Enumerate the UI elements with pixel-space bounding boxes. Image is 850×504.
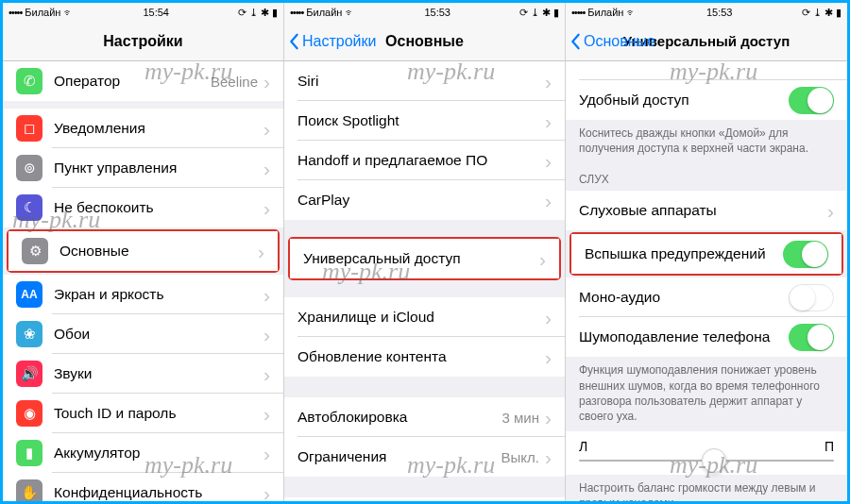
status-bar: •••••Билайнᯤ 15:54 ⟳⤓✱▮ [3, 3, 283, 22]
row-privacy[interactable]: ✋ Конфиденциальность › [3, 473, 283, 501]
chevron-right-icon: › [264, 159, 270, 178]
chevron-right-icon: › [539, 249, 546, 269]
page-title: Настройки [3, 33, 283, 50]
chevron-right-icon: › [545, 308, 552, 328]
noise-note: Функция шумоподавления понижает уровень … [566, 357, 847, 428]
row-notifications[interactable]: ◻ Уведомления › [3, 109, 283, 148]
chevron-right-icon: › [545, 111, 552, 131]
row-accessibility[interactable]: Универсальный доступ› [290, 239, 559, 278]
status-bar: •••••Билайнᯤ 15:53 ⟳⤓✱▮ [284, 3, 565, 22]
row-carplay[interactable]: CarPlay› [284, 180, 565, 220]
status-time: 15:54 [143, 7, 169, 18]
chevron-right-icon: › [264, 404, 270, 424]
moon-icon: ☾ [16, 194, 42, 221]
aa-icon: AA [16, 281, 42, 308]
chevron-right-icon: › [264, 285, 270, 305]
chevron-right-icon: › [827, 201, 834, 221]
balance-right-label: П [824, 439, 834, 454]
row-spotlight[interactable]: Поиск Spotlight› [284, 101, 565, 141]
noise-toggle[interactable] [789, 324, 834, 351]
row-reachability[interactable]: Удобный доступ [566, 80, 847, 120]
row-general[interactable]: ⚙ Основные › [8, 231, 278, 271]
row-touchid[interactable]: ◉ Touch ID и пароль › [3, 394, 283, 433]
row-display[interactable]: AA Экран и яркость › [3, 275, 283, 314]
chevron-right-icon: › [545, 408, 552, 428]
status-time: 15:53 [424, 7, 450, 18]
row-dnd[interactable]: ☾ Не беспокоить › [3, 188, 283, 227]
wallpaper-icon: ❀ [16, 321, 42, 347]
mono-toggle[interactable] [789, 284, 834, 311]
chevron-right-icon: › [264, 119, 270, 139]
row-siri[interactable]: Siri› [284, 61, 565, 101]
chevron-right-icon: › [258, 242, 264, 261]
row-mono-audio[interactable]: Моно-аудио [566, 277, 847, 317]
reachability-note: Коснитесь дважды кнопки «Домой» для полу… [566, 120, 847, 160]
gear-icon: ⚙ [22, 238, 48, 264]
chevron-right-icon: › [264, 325, 270, 344]
row-autolock[interactable]: Автоблокировка3 мин› [284, 397, 565, 437]
phone-icon: ✆ [16, 68, 42, 94]
balance-slider-row: ЛП [566, 431, 847, 475]
back-button[interactable]: Настройки [284, 33, 376, 50]
status-bar: •••••Билайнᯤ 15:53 ⟳⤓✱▮ [566, 3, 847, 22]
chevron-right-icon: › [264, 483, 270, 502]
chevron-right-icon: › [545, 347, 552, 367]
control-icon: ⊚ [16, 155, 42, 181]
chevron-right-icon: › [264, 72, 270, 92]
row-carrier[interactable]: ✆ Оператор Beeline › [3, 61, 283, 101]
battery-icon: ▮ [16, 440, 42, 466]
chevron-right-icon: › [545, 151, 552, 171]
chevron-left-icon [570, 33, 581, 50]
row-noise-cancel[interactable]: Шумоподавление телефона [566, 317, 847, 357]
row-wallpaper[interactable]: ❀ Обои › [3, 314, 283, 354]
hand-icon: ✋ [16, 479, 42, 501]
nav-bar: Основные Универсальный доступ [566, 22, 847, 61]
row-restrictions[interactable]: ОграниченияВыкл.› [284, 437, 565, 477]
row-control-center[interactable]: ⊚ Пункт управления › [3, 148, 283, 188]
chevron-right-icon: › [545, 72, 552, 92]
row-background-refresh[interactable]: Обновление контента› [284, 337, 565, 377]
nav-bar: Настройки [3, 22, 283, 61]
row-sounds[interactable]: 🔊 Звуки › [3, 354, 283, 394]
chevron-right-icon: › [545, 447, 552, 467]
balance-note: Настроить баланс громкости между левым и… [566, 475, 847, 501]
flash-toggle[interactable] [783, 241, 828, 268]
chevron-left-icon [288, 33, 299, 50]
notification-icon: ◻ [16, 115, 42, 142]
chevron-right-icon: › [264, 364, 270, 384]
chevron-right-icon: › [264, 444, 270, 463]
nav-bar: Настройки Основные [284, 22, 565, 61]
chevron-right-icon: › [264, 198, 270, 218]
status-time: 15:53 [706, 7, 733, 18]
row-battery[interactable]: ▮ Аккумулятор › [3, 433, 283, 473]
slider-thumb[interactable] [702, 448, 726, 473]
back-button[interactable]: Основные [566, 33, 655, 50]
section-hearing: СЛУХ [566, 160, 847, 191]
chevron-right-icon: › [545, 191, 552, 210]
row-handoff[interactable]: Handoff и предлагаемое ПО› [284, 141, 565, 180]
reachability-toggle[interactable] [789, 87, 834, 114]
row-datetime[interactable]: Дата и время› [284, 497, 565, 501]
fingerprint-icon: ◉ [16, 400, 42, 427]
balance-slider[interactable] [579, 460, 834, 462]
row-storage[interactable]: Хранилище и iCloud› [284, 297, 565, 337]
sound-icon: 🔊 [16, 361, 42, 387]
balance-left-label: Л [579, 439, 587, 454]
row-hearing-aids[interactable]: Слуховые аппараты› [566, 191, 847, 230]
row-flash-alerts[interactable]: Вспышка предупреждений [571, 234, 842, 274]
